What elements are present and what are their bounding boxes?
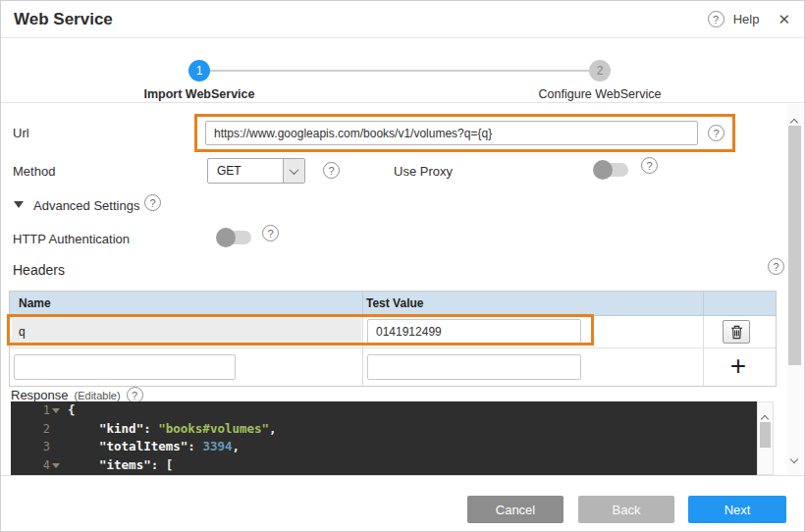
url-help-icon[interactable] xyxy=(708,125,724,141)
column-header-name: Name xyxy=(19,296,51,310)
web-service-dialog: Web Service Help 1 Import WebService 2 C… xyxy=(0,0,805,532)
collapse-arrow-icon[interactable] xyxy=(14,201,24,208)
fold-arrow-icon[interactable] xyxy=(52,463,60,468)
code-line: 4 "items": [ xyxy=(11,456,757,475)
code-line: 2 "kind": "books#volumes", xyxy=(11,420,757,439)
use-proxy-label: Use Proxy xyxy=(394,164,453,179)
headers-table: Name Test Value q xyxy=(9,291,777,387)
close-icon[interactable] xyxy=(778,12,790,27)
http-auth-toggle[interactable] xyxy=(216,228,251,247)
table-header-row: Name Test Value xyxy=(10,292,776,316)
next-button[interactable]: Next xyxy=(688,496,786,523)
trash-icon xyxy=(730,325,743,340)
code-line: 1 { xyxy=(11,401,757,420)
column-header-test-value: Test Value xyxy=(366,296,423,310)
headers-help-icon[interactable] xyxy=(768,258,784,275)
new-header-name-input[interactable] xyxy=(14,354,236,380)
url-label: Url xyxy=(13,126,29,140)
headers-section-title: Headers xyxy=(13,262,65,278)
stepper: 1 Import WebService 2 Configure WebServi… xyxy=(1,38,804,103)
advanced-settings-label[interactable]: Advanced Settings xyxy=(33,198,139,213)
header-name-value[interactable]: q xyxy=(12,318,361,346)
delete-header-button[interactable] xyxy=(723,320,750,344)
response-editable-badge: (Editable) xyxy=(75,390,121,401)
new-header-test-value-input[interactable] xyxy=(367,354,581,380)
header-row-q: q xyxy=(10,316,776,348)
chevron-down-icon xyxy=(283,159,304,183)
step-2-label: Configure WebService xyxy=(502,87,698,101)
method-select[interactable]: GET xyxy=(207,158,305,184)
url-input[interactable] xyxy=(205,121,698,145)
step-1-label: Import WebService xyxy=(101,87,297,101)
scroll-down-icon[interactable] xyxy=(790,455,798,463)
url-highlight-box xyxy=(194,114,735,152)
http-auth-label: HTTP Authentication xyxy=(13,232,130,246)
method-selected-value: GET xyxy=(208,164,283,178)
advanced-settings-help-icon[interactable] xyxy=(144,194,161,211)
editor-scrollbar-thumb[interactable] xyxy=(760,422,771,448)
dialog-scrollbar-thumb[interactable] xyxy=(788,126,801,365)
dialog-scrollbar[interactable] xyxy=(786,104,803,474)
step-configure-webservice[interactable]: 2 Configure WebService xyxy=(502,60,698,101)
add-header-button[interactable] xyxy=(724,350,752,382)
help-icon[interactable] xyxy=(708,11,724,27)
use-proxy-help-icon[interactable] xyxy=(641,157,658,174)
cancel-button[interactable]: Cancel xyxy=(467,496,564,523)
step-2-circle: 2 xyxy=(589,60,611,81)
dialog-footer: Cancel Back Next xyxy=(1,475,804,532)
step-1-circle: 1 xyxy=(188,60,210,81)
response-label: Response xyxy=(11,388,69,402)
dialog-content: Url Method GET Use Proxy Advanced Settin… xyxy=(1,103,804,475)
code-line: 3 "totalItems": 3394, xyxy=(11,438,757,456)
toggle-knob xyxy=(216,228,236,247)
method-help-icon[interactable] xyxy=(323,162,340,179)
use-proxy-toggle[interactable] xyxy=(593,160,628,180)
method-label: Method xyxy=(13,164,55,179)
help-link[interactable]: Help xyxy=(733,12,760,27)
editor-scrollbar[interactable] xyxy=(757,401,774,475)
toggle-knob xyxy=(593,160,613,180)
header-test-value-input[interactable] xyxy=(367,319,581,345)
response-code-editor[interactable]: 1 { 2 "kind": "books#volumes", 3 "totalI… xyxy=(11,401,757,475)
back-button[interactable]: Back xyxy=(578,496,674,523)
http-auth-help-icon[interactable] xyxy=(262,225,279,241)
new-header-row xyxy=(10,348,776,387)
step-import-webservice[interactable]: 1 Import WebService xyxy=(101,60,297,101)
title-bar: Web Service Help xyxy=(1,1,804,38)
fold-arrow-icon[interactable] xyxy=(52,408,60,413)
dialog-title: Web Service xyxy=(14,10,113,29)
